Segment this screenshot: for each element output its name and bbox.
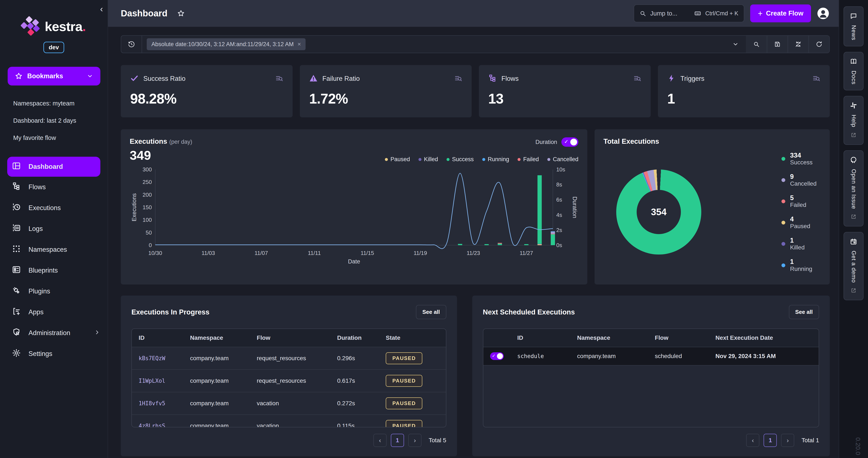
bookmarks-button[interactable]: Bookmarks — [8, 67, 100, 86]
enabled-toggle[interactable]: ✓ — [490, 352, 504, 360]
stat-card-failure-ratio[interactable]: Failure Ratio1.72% — [300, 65, 472, 117]
donut-legend-item-cancelled[interactable]: 9Cancelled — [781, 173, 816, 187]
sidebar-collapse-icon[interactable]: ‹ — [100, 5, 103, 13]
legend-item-running[interactable]: Running — [482, 156, 509, 163]
svg-text:11/11: 11/11 — [308, 250, 321, 256]
legend-dot — [781, 242, 785, 246]
list-search-icon[interactable] — [633, 74, 641, 83]
current-page-button[interactable]: 1 — [391, 434, 404, 447]
filter-search-button[interactable] — [746, 36, 767, 53]
current-page-button[interactable]: 1 — [764, 434, 777, 447]
chip-close-icon[interactable]: × — [298, 41, 301, 48]
sidebar-item-label: Apps — [29, 308, 100, 316]
legend-label: Cancelled — [790, 180, 816, 187]
execution-id-link[interactable]: 1HI8vfv5 — [138, 400, 165, 406]
prev-page-button[interactable]: ‹ — [746, 434, 760, 447]
stat-card-flows[interactable]: Flows13 — [479, 65, 651, 117]
filter-expand-button[interactable] — [725, 36, 746, 53]
filter-chip-zone[interactable]: Absolute date:10/30/24, 3:12 AM:and:11/2… — [142, 36, 725, 53]
list-search-icon[interactable] — [454, 74, 462, 83]
svg-text:11/23: 11/23 — [467, 250, 480, 256]
filter-history-button[interactable] — [121, 36, 142, 53]
execution-id-link[interactable]: I1WpLXol — [138, 378, 165, 384]
table-header-row: IDNamespaceFlowNext Execution Date — [483, 329, 819, 347]
legend-label: Paused — [790, 223, 810, 230]
legend-item-killed[interactable]: Killed — [418, 156, 438, 163]
rail-item-get-a-demo[interactable]: Get a demo — [843, 232, 864, 300]
stat-card-success-ratio[interactable]: Success Ratio98.28% — [121, 65, 292, 117]
sidebar-item-executions[interactable]: Executions — [0, 197, 107, 218]
sidebar-item-flows[interactable]: Flows — [0, 177, 107, 197]
search-icon — [753, 41, 760, 48]
list-search-icon[interactable] — [275, 74, 283, 83]
donut-legend-item-failed[interactable]: 5Failed — [781, 194, 816, 208]
rail-item-news[interactable]: News — [843, 6, 864, 47]
prev-page-button[interactable]: ‹ — [373, 434, 386, 447]
duration-toggle[interactable]: ✓ — [561, 138, 578, 147]
donut-legend-item-killed[interactable]: 1Killed — [781, 237, 816, 251]
chat-icon — [850, 12, 857, 21]
see-all-button[interactable]: See all — [416, 305, 446, 319]
cell-id: schedule — [510, 347, 570, 365]
cell-toggle: ✓ — [483, 347, 510, 365]
sidebar-item-apps[interactable]: Apps — [0, 302, 107, 323]
sidebar-item-logs[interactable]: Logs — [0, 218, 107, 239]
global-search-input[interactable]: Jump to... Ctrl/Cmd + K — [634, 4, 744, 22]
legend-item-success[interactable]: Success — [446, 156, 474, 163]
duration-toggle-label: Duration — [535, 139, 557, 146]
refresh-button[interactable] — [808, 36, 829, 53]
next-page-button[interactable]: › — [408, 434, 422, 447]
date-filter-chip[interactable]: Absolute date:10/30/24, 3:12 AM:and:11/2… — [147, 38, 306, 50]
page-title: Dashboard — [121, 8, 167, 19]
cell-state: PAUSED — [379, 370, 446, 392]
donut-legend-item-success[interactable]: 334Success — [781, 152, 816, 166]
rail-item-open-an-issue[interactable]: Open an Issue — [843, 150, 864, 227]
donut-legend-item-paused[interactable]: 4Paused — [781, 216, 816, 230]
legend-label: Success — [452, 156, 474, 163]
favorite-star-icon[interactable] — [177, 9, 185, 17]
cell-namespace: company.team — [183, 415, 250, 427]
user-avatar-icon[interactable] — [817, 7, 829, 20]
flows-icon — [488, 74, 497, 83]
bolt-icon — [667, 74, 676, 83]
legend-item-failed[interactable]: Failed — [518, 156, 539, 163]
cell-duration: 0.115s — [330, 415, 379, 427]
legend-dot — [385, 158, 388, 161]
rail-item-help[interactable]: Help — [843, 96, 864, 145]
cell-id: 4z8LrhsS — [132, 415, 183, 427]
create-flow-button[interactable]: + Create Flow — [750, 4, 811, 22]
execution-id-link[interactable]: kBs7EQzW — [138, 355, 165, 362]
search-shortcut: Ctrl/Cmd + K — [705, 10, 738, 17]
sidebar-item-dashboard[interactable]: Dashboard — [7, 157, 100, 177]
list-search-icon[interactable] — [812, 74, 820, 83]
sidebar-item-namespaces[interactable]: Namespaces — [0, 239, 107, 260]
legend-label: Killed — [790, 244, 804, 251]
sidebar-item-administration[interactable]: Administration — [0, 323, 107, 343]
execution-id-link[interactable]: 4z8LrhsS — [138, 423, 165, 427]
legend-item-paused[interactable]: Paused — [385, 156, 410, 163]
sidebar-item-label: Dashboard — [29, 163, 96, 171]
auto-refresh-off-button[interactable] — [787, 36, 808, 53]
rail-item-docs[interactable]: Docs — [843, 52, 864, 91]
stat-card-triggers[interactable]: Triggers1 — [658, 65, 830, 117]
donut-legend-item-running[interactable]: 1Running — [781, 258, 816, 272]
svg-text:6s: 6s — [556, 196, 562, 203]
bookmark-link[interactable]: Namespaces: myteam — [0, 95, 107, 112]
external-link-icon — [850, 214, 857, 220]
next-scheduled-card: Next Scheduled Executions See all IDName… — [472, 296, 830, 456]
app-root: ‹ kestra. dev Bookmarks Namespaces: myte… — [0, 0, 868, 458]
filter-save-button[interactable] — [767, 36, 787, 53]
legend-item-cancelled[interactable]: Cancelled — [547, 156, 578, 163]
bookmark-link[interactable]: My favorite flow — [0, 129, 107, 147]
sidebar-item-plugins[interactable]: Plugins — [0, 281, 107, 302]
sidebar-item-blueprints[interactable]: Blueprints — [0, 260, 107, 281]
see-all-button[interactable]: See all — [789, 305, 819, 319]
bookmark-link[interactable]: Dashboard: last 2 days — [0, 112, 107, 129]
sidebar-item-label: Blueprints — [29, 267, 100, 274]
table-row: I1WpLXolcompany.teamrequest_resources0.6… — [132, 370, 446, 392]
next-page-button[interactable]: › — [781, 434, 794, 447]
plugins-icon — [12, 286, 21, 297]
sidebar-item-settings[interactable]: Settings — [0, 343, 107, 364]
svg-text:11/15: 11/15 — [361, 250, 374, 256]
total-executions-title: Total Executions — [603, 138, 821, 146]
